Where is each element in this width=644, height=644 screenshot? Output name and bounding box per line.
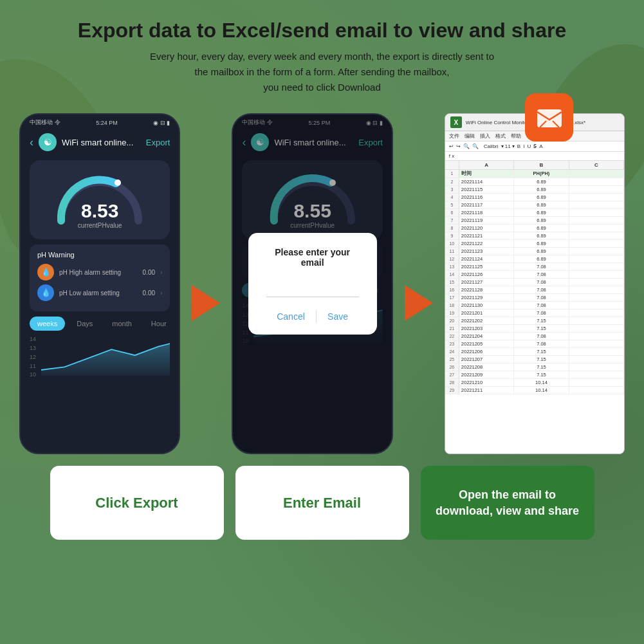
dialog-save-button[interactable]: Save [317, 309, 358, 324]
cell-c28[interactable] [569, 379, 624, 386]
cell-b3[interactable]: 6.89 [514, 186, 569, 193]
menu-help[interactable]: 帮助 [511, 133, 521, 140]
toolbar-font[interactable]: Calibri [484, 143, 499, 149]
cell-b16[interactable]: 7.08 [514, 286, 569, 293]
cell-b5[interactable]: 6.89 [514, 201, 569, 208]
cell-b23[interactable]: 7.08 [514, 340, 569, 347]
cell-a6[interactable]: 20221118 [459, 209, 514, 216]
cell-b18[interactable]: 7.08 [514, 302, 569, 309]
cell-b29[interactable]: 10.14 [514, 387, 569, 394]
cell-a18[interactable]: 20221130 [459, 302, 514, 309]
cell-b22[interactable]: 7.08 [514, 333, 569, 340]
cell-a15[interactable]: 20221127 [459, 279, 514, 286]
cell-a12[interactable]: 20221124 [459, 255, 514, 262]
cell-c3[interactable] [569, 186, 624, 193]
dialog-cancel-button[interactable]: Cancel [266, 309, 315, 324]
cell-b6[interactable]: 6.89 [514, 209, 569, 216]
tab-hour-1[interactable]: Hour [143, 317, 174, 331]
cell-a21[interactable]: 20221203 [459, 325, 514, 332]
cell-b21[interactable]: 7.15 [514, 325, 569, 332]
cell-a25[interactable]: 20221207 [459, 356, 514, 363]
cell-a7[interactable]: 20221119 [459, 217, 514, 224]
cell-b2[interactable]: 6.89 [514, 178, 569, 185]
cell-c18[interactable] [569, 302, 624, 309]
cell-c29[interactable] [569, 387, 624, 394]
cell-a9[interactable]: 20221121 [459, 232, 514, 239]
cell-c2[interactable] [569, 178, 624, 185]
tab-month-1[interactable]: month [104, 317, 140, 331]
cell-b4[interactable]: 6.89 [514, 194, 569, 201]
tab-weeks-1[interactable]: weeks [30, 317, 65, 331]
cell-b15[interactable]: 7.08 [514, 279, 569, 286]
cell-b17[interactable]: 7.08 [514, 294, 569, 301]
cell-c14[interactable] [569, 271, 624, 278]
cell-b27[interactable]: 7.15 [514, 371, 569, 378]
tab-days-1[interactable]: Days [69, 317, 100, 331]
cell-a10[interactable]: 20221122 [459, 240, 514, 247]
cell-c12[interactable] [569, 255, 624, 262]
cell-a20[interactable]: 20221202 [459, 317, 514, 324]
cell-b9[interactable]: 6.89 [514, 232, 569, 239]
cell-c20[interactable] [569, 317, 624, 324]
cell-a4[interactable]: 20221116 [459, 194, 514, 201]
cell-c16[interactable] [569, 286, 624, 293]
cell-b20[interactable]: 7.15 [514, 317, 569, 324]
cell-c24[interactable] [569, 348, 624, 355]
cell-a13[interactable]: 20221125 [459, 263, 514, 270]
menu-format[interactable]: 格式 [495, 133, 506, 140]
cell-b7[interactable]: 6.89 [514, 217, 569, 224]
cell-c1[interactable] [569, 170, 624, 178]
cell-b13[interactable]: 7.08 [514, 263, 569, 270]
cell-c27[interactable] [569, 371, 624, 378]
cell-a19[interactable]: 20221201 [459, 309, 514, 317]
cell-c7[interactable] [569, 217, 624, 224]
phone1-nav-export[interactable]: Export [146, 138, 170, 147]
cell-b14[interactable]: 7.08 [514, 271, 569, 278]
cell-b25[interactable]: 7.15 [514, 356, 569, 363]
cell-c22[interactable] [569, 333, 624, 340]
toolbar-color[interactable]: A [539, 143, 542, 149]
cell-a23[interactable]: 20221205 [459, 340, 514, 347]
cell-a8[interactable]: 20221120 [459, 225, 514, 232]
cell-c21[interactable] [569, 325, 624, 332]
cell-b11[interactable]: 6.89 [514, 248, 569, 255]
cell-c5[interactable] [569, 201, 624, 208]
cell-a27[interactable]: 20221209 [459, 371, 514, 378]
cell-b10[interactable]: 6.89 [514, 240, 569, 247]
cell-b12[interactable]: 6.89 [514, 255, 569, 262]
cell-b1[interactable]: PH(PH) [514, 170, 569, 178]
cell-a2[interactable]: 20221114 [459, 178, 514, 185]
cell-a28[interactable]: 20221210 [459, 379, 514, 386]
email-input-area[interactable] [266, 279, 359, 297]
cell-a26[interactable]: 20221208 [459, 363, 514, 371]
menu-edit[interactable]: 编辑 [465, 133, 475, 140]
cell-b28[interactable]: 10.14 [514, 379, 569, 386]
toolbar-italic[interactable]: I [523, 143, 524, 149]
cell-a24[interactable]: 20221206 [459, 348, 514, 355]
cell-b26[interactable]: 7.15 [514, 363, 569, 371]
cell-c11[interactable] [569, 248, 624, 255]
menu-file[interactable]: 文件 [449, 133, 459, 140]
toolbar-zoom-out[interactable]: 🔍 [463, 143, 470, 149]
cell-c13[interactable] [569, 263, 624, 270]
cell-a22[interactable]: 20221204 [459, 333, 514, 340]
cell-a1[interactable]: 时间 [459, 170, 514, 178]
cell-c10[interactable] [569, 240, 624, 247]
cell-b24[interactable]: 7.15 [514, 348, 569, 355]
cell-a11[interactable]: 20221123 [459, 248, 514, 255]
cell-c26[interactable] [569, 363, 624, 371]
toolbar-undo[interactable]: ↩ [449, 143, 454, 149]
cell-a14[interactable]: 20221126 [459, 271, 514, 278]
toolbar-bold[interactable]: B [517, 143, 520, 149]
cell-b8[interactable]: 6.89 [514, 225, 569, 232]
cell-c19[interactable] [569, 309, 624, 317]
cell-a3[interactable]: 20221115 [459, 186, 514, 193]
cell-b19[interactable]: 7.08 [514, 309, 569, 317]
cell-a5[interactable]: 20221117 [459, 201, 514, 208]
cell-c6[interactable] [569, 209, 624, 216]
cell-c15[interactable] [569, 279, 624, 286]
cell-a29[interactable]: 20221211 [459, 387, 514, 394]
toolbar-underline[interactable]: U [527, 143, 531, 149]
cell-a16[interactable]: 20221128 [459, 286, 514, 293]
toolbar-strikethrough[interactable]: S̶ [533, 143, 537, 149]
